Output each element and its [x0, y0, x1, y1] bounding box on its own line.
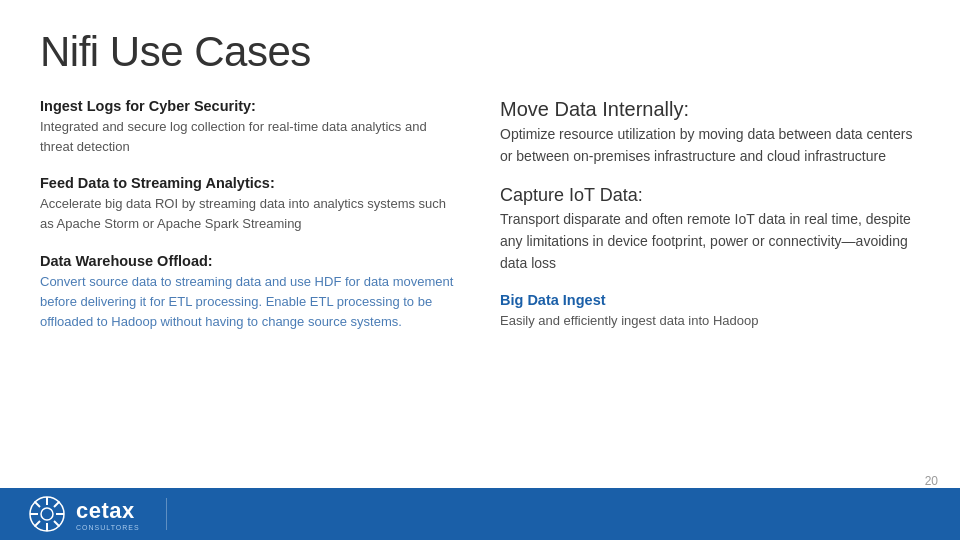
- left-column: Ingest Logs for Cyber Security: Integrat…: [40, 98, 460, 472]
- section-feed-data-title: Feed Data to Streaming Analytics:: [40, 175, 460, 191]
- section-ingest-logs-body: Integrated and secure log collection for…: [40, 117, 460, 157]
- section-capture-iot: Capture IoT Data: Transport disparate an…: [500, 185, 920, 274]
- cetax-logo-icon: [28, 495, 66, 533]
- page-title: Nifi Use Cases: [40, 28, 920, 76]
- logo-sub-text: CONSULTORES: [76, 524, 140, 531]
- logo-main-text: cetax: [76, 498, 140, 524]
- section-big-data-ingest-title: Big Data Ingest: [500, 292, 920, 308]
- section-data-warehouse: Data Warehouse Offload: Convert source d…: [40, 253, 460, 332]
- section-move-data: Move Data Internally: Optimize resource …: [500, 98, 920, 167]
- footer-logo: cetax CONSULTORES: [28, 495, 167, 533]
- svg-line-8: [54, 502, 60, 508]
- footer-divider: [166, 498, 167, 530]
- page-number: 20: [925, 474, 938, 488]
- columns: Ingest Logs for Cyber Security: Integrat…: [40, 98, 920, 472]
- svg-line-6: [35, 502, 41, 508]
- slide: Nifi Use Cases Ingest Logs for Cyber Sec…: [0, 0, 960, 540]
- section-move-data-body: Optimize resource utilization by moving …: [500, 124, 920, 167]
- right-column: Move Data Internally: Optimize resource …: [500, 98, 920, 472]
- section-data-warehouse-title: Data Warehouse Offload:: [40, 253, 460, 269]
- section-feed-data-body: Accelerate big data ROI by streaming dat…: [40, 194, 460, 234]
- main-content: Nifi Use Cases Ingest Logs for Cyber Sec…: [0, 0, 960, 488]
- svg-line-9: [35, 521, 41, 527]
- section-capture-iot-title: Capture IoT Data:: [500, 185, 920, 206]
- svg-line-7: [54, 521, 60, 527]
- section-data-warehouse-body: Convert source data to streaming data an…: [40, 272, 460, 332]
- section-ingest-logs-title: Ingest Logs for Cyber Security:: [40, 98, 460, 114]
- footer: cetax CONSULTORES: [0, 488, 960, 540]
- logo-text-block: cetax CONSULTORES: [76, 498, 140, 531]
- section-big-data-ingest: Big Data Ingest Easily and efficiently i…: [500, 292, 920, 331]
- svg-point-1: [41, 508, 53, 520]
- section-capture-iot-body: Transport disparate and often remote IoT…: [500, 209, 920, 274]
- section-ingest-logs: Ingest Logs for Cyber Security: Integrat…: [40, 98, 460, 157]
- section-big-data-ingest-body: Easily and efficiently ingest data into …: [500, 311, 920, 331]
- section-feed-data: Feed Data to Streaming Analytics: Accele…: [40, 175, 460, 234]
- section-move-data-title: Move Data Internally:: [500, 98, 920, 121]
